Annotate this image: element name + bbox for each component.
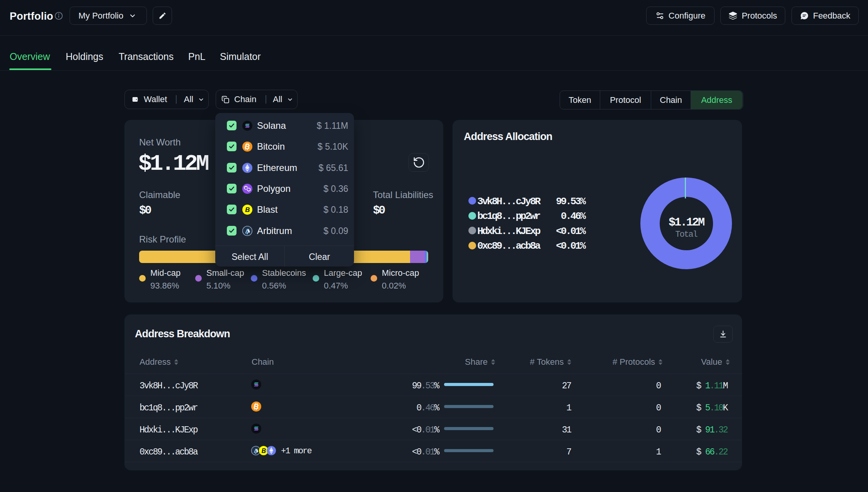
svg-text:B: B xyxy=(245,206,250,214)
svg-text:B: B xyxy=(262,448,266,454)
